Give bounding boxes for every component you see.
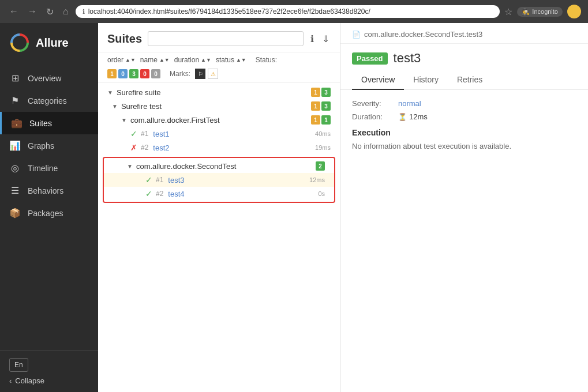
chevron-icon: ▼	[121, 117, 127, 123]
detail-body: Severity: normal Duration: ⏳ 12ms Execut…	[340, 90, 588, 392]
tree-row-test2[interactable]: ✗ #2 test2 19ms	[98, 141, 340, 154]
packages-icon: 📦	[9, 208, 21, 218]
count-orange[interactable]: 1	[107, 69, 117, 78]
chevron-icon: ▼	[107, 89, 113, 96]
info-icon[interactable]: ℹ	[309, 32, 315, 46]
sidebar-item-graphs[interactable]: 📊 Graphs	[0, 134, 98, 157]
status-prefix: Status:	[256, 56, 277, 64]
test3-label: test3	[168, 176, 299, 184]
url-text: localhost:4040/index.html#suites/f679418…	[88, 7, 370, 16]
suites-title: Suites	[107, 32, 142, 46]
user-avatar[interactable]	[567, 5, 581, 18]
suites-search-input[interactable]	[148, 31, 304, 46]
tree-row-test3[interactable]: ✓ #1 test3 12ms	[104, 173, 334, 187]
incognito-icon: 🕵	[522, 8, 530, 16]
sidebar-item-label: Timeline	[28, 164, 58, 173]
pass-icon: ✓	[145, 175, 152, 184]
collapse-button[interactable]: ‹ Collapse	[9, 372, 89, 385]
first-test-badges: 1 1	[311, 115, 331, 125]
back-button[interactable]: ←	[7, 5, 21, 18]
tree-item-surefire-test[interactable]: ▼ Surefire test 1 3	[98, 99, 340, 113]
name-col[interactable]: name ▲▼	[140, 56, 170, 64]
test3-link[interactable]: test3	[168, 176, 184, 184]
pass-icon: ✓	[130, 129, 137, 138]
tree-item-second-test-class[interactable]: ▼ com.allure.docker.SecondTest 2	[104, 159, 334, 173]
duration-col[interactable]: duration ▲▼	[174, 56, 211, 64]
detail-panel: 📄 com.allure.docker.SecondTest.test3 Pas…	[340, 23, 588, 392]
count-green[interactable]: 3	[129, 69, 138, 78]
test1-label: test1	[153, 130, 305, 138]
tab-overview[interactable]: Overview	[352, 70, 404, 90]
test2-label: test2	[153, 144, 305, 152]
warn-mark-icon[interactable]: ⚠	[208, 69, 218, 79]
test4-num: #2	[156, 190, 163, 198]
status-label: status	[216, 56, 234, 64]
sidebar-nav: ⊞ Overview ⚑ Categories 💼 Suites 📊 Graph…	[0, 62, 98, 350]
order-label: order	[107, 56, 123, 64]
count-gray[interactable]: 0	[151, 69, 160, 78]
collapse-icon: ‹	[9, 376, 12, 385]
sidebar-item-timeline[interactable]: ◎ Timeline	[0, 157, 98, 179]
refresh-button[interactable]: ↻	[44, 5, 56, 18]
sidebar-item-label: Packages	[28, 209, 63, 218]
count-blue[interactable]: 0	[118, 69, 128, 78]
incognito-badge: 🕵 Incognito	[517, 7, 563, 17]
test2-link[interactable]: test2	[153, 144, 169, 152]
home-button[interactable]: ⌂	[61, 5, 71, 18]
suites-toolbar: order ▲▼ name ▲▼ duration ▲▼ status ▲▼ S…	[98, 52, 340, 83]
tree-item-surefire-suite[interactable]: ▼ Surefire suite 1 3	[98, 85, 340, 99]
sidebar: Allure ⊞ Overview ⚑ Categories 💼 Suites …	[0, 23, 98, 392]
tree-row-test1[interactable]: ✓ #1 test1 40ms	[98, 127, 340, 141]
overview-icon: ⊞	[9, 73, 21, 84]
second-test-class-label: com.allure.docker.SecondTest	[136, 162, 313, 171]
flaky-mark-icon[interactable]: ⚐	[195, 69, 205, 79]
sidebar-item-packages[interactable]: 📦 Packages	[0, 202, 98, 224]
name-label: name	[140, 56, 158, 64]
sidebar-item-overview[interactable]: ⊞ Overview	[0, 67, 98, 89]
order-sort-icon: ▲▼	[125, 57, 136, 63]
status-col[interactable]: status ▲▼	[216, 56, 246, 64]
surefire-suite-label: Surefire suite	[117, 88, 309, 97]
tab-retries[interactable]: Retries	[448, 70, 492, 90]
test1-num: #1	[141, 130, 148, 138]
sidebar-logo: Allure	[0, 23, 98, 62]
logo-text: Allure	[36, 36, 69, 50]
test2-duration: 19ms	[308, 144, 331, 151]
logo-icon	[9, 32, 30, 53]
count-red[interactable]: 0	[140, 69, 149, 78]
chevron-icon: ▼	[127, 163, 133, 169]
test4-link[interactable]: test4	[168, 190, 184, 198]
test1-duration: 40ms	[308, 130, 331, 137]
severity-label: Severity:	[352, 99, 398, 108]
duration-label: duration	[174, 56, 199, 64]
test4-duration: 0s	[302, 190, 325, 197]
timeline-icon: ◎	[9, 163, 21, 174]
forward-button[interactable]: →	[25, 5, 39, 18]
order-col[interactable]: order ▲▼	[107, 56, 136, 64]
second-test-highlight-box: ▼ com.allure.docker.SecondTest 2 ✓ #1 te…	[103, 157, 335, 203]
content-area: Suites ℹ ⇓ order ▲▼ name ▲▼ duration ▲▼	[98, 23, 588, 392]
sidebar-item-behaviors[interactable]: ☰ Behaviors	[0, 179, 98, 202]
breadcrumb-icon: 📄	[352, 31, 361, 39]
chevron-icon: ▼	[112, 103, 118, 110]
duration-text: 12ms	[409, 112, 428, 121]
execution-info-text: No information about test execution is a…	[352, 142, 511, 150]
surefire-test-badges: 1 3	[311, 101, 331, 111]
tab-history[interactable]: History	[404, 70, 448, 90]
execution-info: No information about test execution is a…	[352, 142, 576, 150]
suites-icon: 💼	[11, 118, 23, 129]
language-button[interactable]: En	[9, 358, 28, 372]
breadcrumb-text: com.allure.docker.SecondTest.test3	[364, 30, 482, 39]
address-bar[interactable]: ℹ localhost:4040/index.html#suites/f6794…	[76, 5, 500, 18]
download-icon[interactable]: ⇓	[321, 32, 331, 46]
clock-icon: ⏳	[398, 113, 407, 121]
breadcrumb: 📄 com.allure.docker.SecondTest.test3	[340, 23, 588, 44]
tree-row-test4[interactable]: ✓ #2 test4 0s	[104, 187, 334, 201]
tree-item-first-test-class[interactable]: ▼ com.allure.docker.FirstTest 1 1	[98, 113, 340, 127]
bookmark-icon[interactable]: ☆	[504, 6, 512, 17]
test1-link[interactable]: test1	[153, 130, 169, 138]
pass-icon: ✓	[145, 189, 152, 198]
sidebar-item-categories[interactable]: ⚑ Categories	[0, 89, 98, 112]
sidebar-item-label: Graphs	[28, 141, 54, 150]
sidebar-item-suites[interactable]: 💼 Suites	[0, 112, 98, 134]
